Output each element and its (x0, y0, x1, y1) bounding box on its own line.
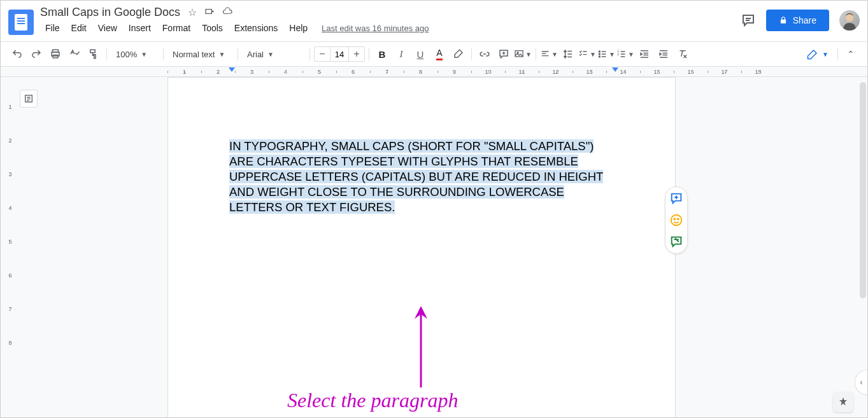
insert-image-button[interactable]: ▼ (514, 45, 532, 63)
svg-point-15 (678, 218, 679, 219)
comment-tools-panel (665, 186, 688, 254)
bulleted-list-button[interactable]: ▼ (597, 45, 615, 63)
undo-button[interactable] (8, 45, 26, 63)
toolbar: 100%▼ Normal text▼ Arial▼ − + B I U A ▼ … (1, 41, 867, 67)
menu-view[interactable]: View (93, 20, 122, 36)
add-comment-button[interactable] (495, 45, 513, 63)
svg-text:2: 2 (617, 53, 619, 56)
share-button-label: Share (793, 15, 816, 25)
explore-button[interactable] (833, 392, 853, 412)
checklist-button[interactable]: ▼ (578, 45, 596, 63)
svg-point-8 (599, 56, 600, 57)
document-title[interactable]: Small Caps in Google Docs (40, 6, 180, 19)
clear-formatting-button[interactable] (674, 45, 692, 63)
horizontal-ruler[interactable]: 123456789101112131415161718 (1, 67, 867, 77)
comment-history-icon[interactable] (741, 13, 756, 28)
menu-edit[interactable]: Edit (66, 20, 92, 36)
vertical-ruler[interactable]: 12345678 (6, 90, 15, 359)
align-button[interactable]: ▼ (540, 45, 558, 63)
underline-button[interactable]: U (411, 45, 429, 63)
font-size-control: − + (314, 46, 365, 62)
user-avatar[interactable] (839, 10, 860, 31)
right-margin-marker[interactable] (612, 67, 618, 72)
docs-app-icon[interactable] (8, 10, 34, 35)
line-spacing-button[interactable] (559, 45, 577, 63)
print-button[interactable] (46, 45, 64, 63)
italic-button[interactable]: I (392, 45, 410, 63)
selected-paragraph[interactable]: IN TYPOGRAPHY, SMALL CAPS (SHORT FOR "SM… (229, 139, 603, 214)
share-button[interactable]: Share (766, 10, 829, 31)
text-color-button[interactable]: A (430, 45, 448, 63)
menu-format[interactable]: Format (157, 20, 196, 36)
spellcheck-button[interactable] (66, 45, 83, 63)
hide-menus-button[interactable]: ⌃ (842, 45, 860, 63)
menu-help[interactable]: Help (284, 20, 313, 36)
svg-point-6 (599, 51, 600, 52)
document-outline-button[interactable] (20, 90, 38, 108)
move-icon[interactable] (204, 6, 215, 18)
menu-insert[interactable]: Insert (124, 20, 156, 36)
redo-button[interactable] (27, 45, 45, 63)
paragraph-style-dropdown[interactable]: Normal text▼ (167, 45, 234, 63)
paint-format-button[interactable] (85, 45, 103, 63)
editing-mode-button[interactable]: ▼ (802, 48, 834, 60)
svg-point-14 (674, 218, 675, 219)
font-dropdown[interactable]: Arial▼ (242, 45, 306, 63)
svg-point-13 (671, 215, 682, 226)
font-size-decrease[interactable]: − (315, 46, 330, 62)
decrease-indent-button[interactable] (636, 45, 653, 63)
bold-button[interactable]: B (373, 45, 391, 63)
svg-point-0 (846, 14, 853, 22)
svg-point-7 (599, 53, 600, 55)
increase-indent-button[interactable] (655, 45, 672, 63)
star-icon[interactable]: ☆ (188, 6, 197, 18)
titlebar: Small Caps in Google Docs ☆ File Edit Vi… (1, 1, 867, 41)
menu-extensions[interactable]: Extensions (229, 20, 283, 36)
menu-tools[interactable]: Tools (197, 20, 228, 36)
vertical-scrollbar[interactable] (860, 82, 866, 298)
font-size-increase[interactable]: + (349, 46, 364, 62)
numbered-list-button[interactable]: 12▼ (616, 45, 634, 63)
canvas-area: 12345678 IN TYPOGRAPHY, SMALL CAPS (SHOR… (1, 77, 867, 418)
cloud-status-icon[interactable] (222, 6, 234, 18)
insert-link-button[interactable] (476, 45, 494, 63)
annotation-arrow (408, 305, 434, 394)
side-panel-toggle[interactable]: ‹ (855, 370, 867, 395)
highlight-color-button[interactable] (450, 45, 467, 63)
menubar: File Edit View Insert Format Tools Exten… (40, 20, 741, 36)
add-comment-side-button[interactable] (669, 191, 684, 206)
last-edit-link[interactable]: Last edit was 16 minutes ago (322, 24, 429, 33)
font-size-input[interactable] (330, 47, 349, 61)
annotation-label: Select the paragraph (287, 389, 458, 412)
add-emoji-reaction-button[interactable] (669, 212, 684, 228)
zoom-dropdown[interactable]: 100%▼ (111, 45, 159, 63)
suggest-edits-button[interactable] (669, 234, 684, 249)
menu-file[interactable]: File (40, 20, 65, 36)
left-indent-marker[interactable] (229, 67, 235, 72)
